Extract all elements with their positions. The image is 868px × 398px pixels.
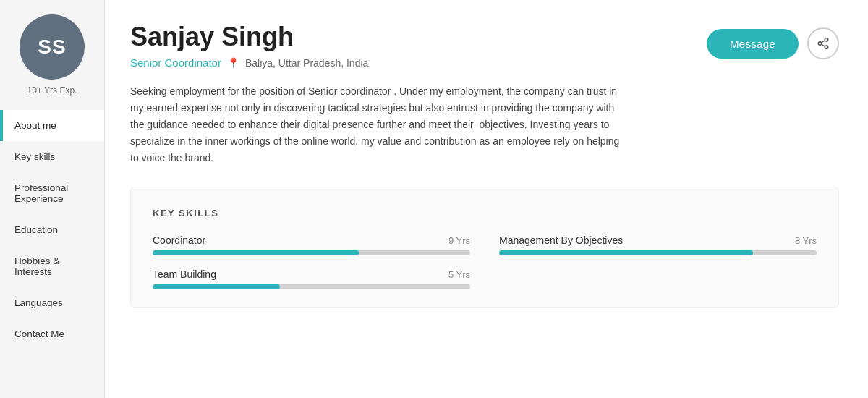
profile-meta: Senior Coordinator 📍 Baliya, Uttar Prade… [130, 56, 368, 69]
skill-years-1: 8 Yrs [795, 235, 817, 246]
avatar-initials: SS [38, 35, 66, 59]
skill-bar-fill-1 [499, 250, 753, 255]
skill-name-0: Coordinator [153, 234, 205, 246]
skill-bar-fill-2 [153, 284, 280, 289]
skill-item-0: Coordinator 9 Yrs [153, 234, 470, 255]
skill-item-2: Team Building 5 Yrs [153, 268, 470, 289]
skill-bar-bg-1 [499, 250, 817, 255]
skills-section-title: KEY SKILLS [153, 208, 817, 219]
sidebar-nav: About meKey skillsProfessional Experienc… [0, 110, 104, 350]
sidebar-item-hobbies-interests[interactable]: Hobbies & Interests [0, 245, 104, 287]
skills-card: KEY SKILLS Coordinator 9 Yrs Management … [130, 187, 839, 308]
skill-bar-bg-2 [153, 284, 470, 289]
profile-actions: Message [707, 27, 839, 59]
sidebar-item-languages[interactable]: Languages [0, 287, 104, 318]
location-pin-icon: 📍 [227, 57, 239, 69]
svg-line-4 [821, 41, 825, 43]
skill-name-1: Management By Objectives [499, 234, 623, 246]
skill-years-0: 9 Yrs [448, 235, 470, 246]
exp-label: 10+ Yrs Exp. [27, 85, 77, 96]
skill-years-2: 5 Yrs [448, 269, 470, 280]
message-button[interactable]: Message [707, 29, 799, 59]
sidebar-item-contact-me[interactable]: Contact Me [0, 318, 104, 350]
location-text: Baliya, Uttar Pradesh, India [245, 57, 368, 69]
skill-item-1: Management By Objectives 8 Yrs [499, 234, 817, 255]
main-content: Sanjay Singh Senior Coordinator 📍 Baliya… [105, 0, 868, 398]
skill-bar-fill-0 [153, 250, 359, 255]
sidebar-item-about-me[interactable]: About me [0, 110, 104, 141]
profile-name: Sanjay Singh [130, 22, 368, 52]
svg-line-3 [821, 44, 825, 46]
profile-info: Sanjay Singh Senior Coordinator 📍 Baliya… [130, 22, 368, 69]
sidebar-item-key-skills[interactable]: Key skills [0, 141, 104, 172]
skill-bar-bg-0 [153, 250, 470, 255]
share-icon [817, 37, 830, 50]
sidebar-item-professional-experience[interactable]: Professional Experience [0, 172, 104, 214]
sidebar-item-education[interactable]: Education [0, 214, 104, 245]
sidebar: SS 10+ Yrs Exp. About meKey skillsProfes… [0, 0, 105, 398]
job-title: Senior Coordinator [130, 56, 221, 69]
share-button[interactable] [807, 27, 839, 59]
profile-header: Sanjay Singh Senior Coordinator 📍 Baliya… [130, 22, 839, 69]
skill-header-1: Management By Objectives 8 Yrs [499, 234, 817, 246]
avatar: SS [20, 14, 85, 80]
skills-grid: Coordinator 9 Yrs Management By Objectiv… [153, 234, 817, 289]
skill-header-0: Coordinator 9 Yrs [153, 234, 470, 246]
skill-name-2: Team Building [153, 268, 216, 280]
about-text: Seeking employment for the position of S… [130, 83, 622, 166]
skill-header-2: Team Building 5 Yrs [153, 268, 470, 280]
